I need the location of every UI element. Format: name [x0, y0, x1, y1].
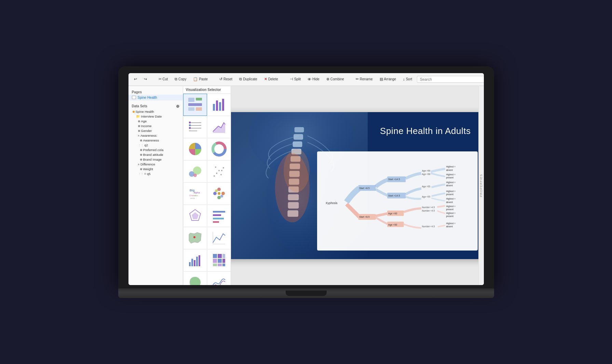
duplicate-icon: ⧉ [239, 77, 242, 81]
svg-text:present: present [446, 193, 453, 196]
viz-selector-panel: Visualization Selector [183, 86, 231, 285]
combine-button[interactable]: ⊕ Combine [324, 76, 346, 82]
ds-item-awareness-cat[interactable]: a Awareness: [131, 133, 183, 138]
cut-icon: ✂ [159, 77, 162, 81]
rename-button[interactable]: ✏ Rename [354, 76, 375, 82]
ds-dot-pref [140, 149, 142, 151]
ds-dot-income [138, 125, 140, 127]
ds-label-interview: Interview Date [141, 114, 162, 118]
svg-rect-69 [196, 257, 198, 266]
svg-rect-77 [213, 264, 217, 266]
viz-cell-dashboard[interactable] [183, 94, 207, 116]
svg-point-56 [220, 195, 223, 198]
add-dataset-icon[interactable]: ⊕ [176, 104, 179, 109]
ds-item-q5[interactable]: ⋮⋮ 0 q5 [131, 172, 183, 176]
hash-icon-2: ⋮⋮ [138, 172, 144, 175]
ds-label-income: Income [141, 124, 152, 128]
viz-cell-wave[interactable] [207, 271, 231, 285]
svg-rect-20 [219, 102, 221, 111]
viz-panel-title: Visualization Selector [183, 86, 231, 94]
ds-folder-interview[interactable]: 📁 Interview Date [131, 114, 183, 119]
hash-icon: ⋮⋮ [138, 144, 144, 147]
viz-cell-line[interactable] [207, 227, 231, 249]
svg-text:Highest =: Highest = [446, 205, 455, 207]
undo-icon: ↩ [134, 77, 137, 81]
ds-dot-spine [133, 111, 135, 113]
viz-cell-pentagon[interactable] [183, 205, 207, 227]
ds-item-gender[interactable]: Gender [131, 129, 183, 133]
viz-cell-scatter[interactable] [207, 160, 231, 183]
combine-icon: ⊕ [326, 77, 329, 81]
svg-text:data: data [194, 194, 198, 197]
svg-point-53 [213, 192, 217, 195]
ds-dot-weight [140, 168, 142, 170]
svg-text:Alpha: Alpha [194, 191, 200, 194]
split-button[interactable]: ⊣ Split [288, 76, 303, 82]
viz-cell-pie[interactable] [183, 138, 207, 160]
cut-button[interactable]: ✂ Cut [157, 76, 170, 82]
properties-label: PROPERTIES [479, 174, 483, 197]
copy-label: Copy [178, 77, 186, 81]
ds-dot-gender [138, 130, 140, 132]
arrange-button[interactable]: ▤ Arrange [378, 76, 398, 82]
hide-icon: 👁 [308, 77, 311, 81]
reset-button[interactable]: ↺ Reset [217, 76, 234, 82]
ds-item-spine-health[interactable]: Spine Health [131, 109, 183, 114]
viz-cell-bar3[interactable] [183, 249, 207, 271]
viz-cell-map[interactable] [183, 227, 207, 249]
viz-cell-heatmap[interactable] [207, 249, 231, 271]
screen: ↩ ↪ ✂ Cut ⧉ Copy [128, 73, 484, 285]
main-content: Pages Spine Health Data Sets ⊕ [128, 86, 484, 285]
sort-button[interactable]: ↕ Sort [401, 76, 414, 82]
svg-point-50 [218, 192, 220, 195]
undo-button[interactable]: ↩ [132, 76, 139, 82]
redo-button[interactable]: ↪ [142, 76, 149, 82]
sidebar: Pages Spine Health Data Sets ⊕ [128, 86, 183, 285]
svg-point-44 [221, 170, 222, 171]
ds-item-pref-cola[interactable]: Preferred cola [131, 148, 183, 152]
arrange-label: Arrange [384, 77, 396, 81]
viz-cell-list[interactable] [183, 116, 207, 138]
search-container [417, 76, 484, 83]
duplicate-button[interactable]: ⧉ Duplicate [237, 76, 259, 82]
svg-text:Start <8.5: Start <8.5 [359, 216, 370, 218]
ds-item-brand-image[interactable]: Brand Image [131, 157, 183, 162]
ds-item-weight[interactable]: Weight [131, 167, 183, 172]
viz-cell-bar2[interactable] [207, 205, 231, 227]
viz-cell-bar[interactable] [207, 94, 231, 116]
svg-text:absent: absent [446, 225, 453, 228]
svg-rect-21 [222, 99, 224, 111]
viz-cell-bubble[interactable] [183, 160, 207, 183]
sidebar-item-spine-health[interactable]: Spine Health [128, 95, 183, 100]
svg-text:Highest =: Highest = [446, 198, 455, 200]
svg-text:Highest =: Highest = [446, 190, 455, 192]
ds-item-income[interactable]: Income [131, 124, 183, 129]
copy-button[interactable]: ⧉ Copy [173, 76, 188, 82]
viz-cell-flower[interactable] [207, 183, 231, 205]
ds-item-age[interactable]: Age [131, 119, 183, 124]
svg-rect-59 [213, 211, 225, 213]
ds-item-brand-attitude[interactable]: Brand attitude [131, 152, 183, 157]
ds-item-q2[interactable]: ⋮⋮ q2 [131, 143, 183, 148]
delete-label: Delete [268, 77, 278, 81]
ds-dot-awareness [140, 139, 142, 141]
svg-rect-78 [218, 264, 222, 266]
svg-rect-82 [294, 127, 304, 132]
svg-text:Kyphosis: Kyphosis [326, 201, 337, 205]
search-input[interactable] [417, 76, 484, 83]
properties-panel[interactable]: PROPERTIES [478, 86, 484, 285]
viz-cell-blob[interactable] [183, 271, 207, 285]
reset-icon: ↺ [219, 77, 222, 81]
viz-cell-area[interactable] [207, 116, 231, 138]
svg-text:present: present [446, 215, 453, 218]
hide-button[interactable]: 👁 Hide [305, 76, 322, 82]
viz-cell-donut[interactable] [207, 138, 231, 160]
laptop-container: ↩ ↪ ✂ Cut ⧉ Copy [118, 66, 494, 298]
svg-rect-66 [189, 262, 191, 266]
viz-cell-wordcloud[interactable]: Big Alpha Charts data words [183, 183, 207, 205]
ds-item-difference[interactable]: a Difference [131, 162, 183, 167]
delete-button[interactable]: ✕ Delete [262, 76, 280, 82]
canvas-area[interactable]: Spine Health in Adults Kyphosis [231, 86, 478, 285]
ds-item-awareness[interactable]: Awareness [131, 138, 183, 143]
paste-button[interactable]: 📋 Paste [191, 76, 210, 82]
